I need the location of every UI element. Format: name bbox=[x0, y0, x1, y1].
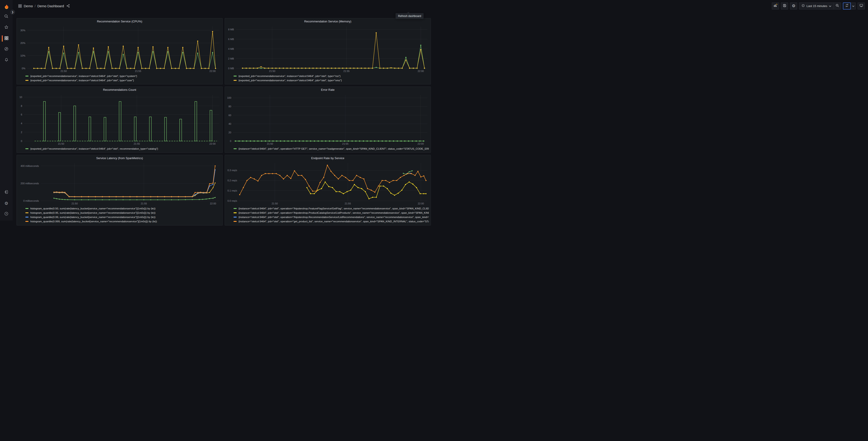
legend-item[interactable]: histogram_quantile(0.95, sum(rate(latenc… bbox=[25, 210, 221, 215]
series-point bbox=[209, 185, 210, 186]
series-point bbox=[102, 199, 103, 200]
series-point bbox=[389, 182, 390, 183]
y-tick-label: 200 milliseconds bbox=[21, 182, 39, 185]
sidebar-item-settings[interactable]: ⚙ bbox=[0, 200, 13, 206]
series-point bbox=[374, 140, 375, 142]
series-point bbox=[116, 196, 117, 197]
legend-item[interactable]: {instance="otelcol:9464", job="otel", op… bbox=[234, 206, 429, 210]
panel-title[interactable]: Recommendation Service (Memory) bbox=[225, 18, 431, 24]
sidebar-item-help[interactable]: ? bbox=[0, 211, 13, 217]
legend-item[interactable]: {instance="otelcol:9464", job="otel", op… bbox=[234, 210, 429, 215]
series-point bbox=[164, 68, 165, 69]
series-point bbox=[317, 140, 319, 142]
series-point bbox=[345, 177, 346, 178]
panel-title[interactable]: Endpoint Rate by Service bbox=[225, 155, 431, 161]
series-point bbox=[239, 194, 240, 195]
breadcrumb-page-title[interactable]: Demo Dashboard bbox=[37, 4, 64, 8]
y-tick-label: 2 MB bbox=[228, 57, 234, 60]
legend-item[interactable]: {instance="otelcol:9464", job="otel", op… bbox=[234, 215, 429, 219]
series-point bbox=[272, 67, 273, 68]
panel-chart[interactable]: 024681021:5021:5522:00 bbox=[17, 93, 222, 146]
legend-label: {instance="otelcol:9464", job="otel", op… bbox=[239, 211, 429, 214]
y-tick-label: 0 bbox=[21, 140, 22, 142]
legend-label: {exported_job="recommendationservice", i… bbox=[239, 79, 342, 82]
series-point bbox=[275, 67, 277, 68]
panel-chart[interactable]: 02040608010021:5021:5522:00 bbox=[225, 93, 431, 146]
series-point bbox=[353, 67, 354, 68]
series-point bbox=[246, 140, 247, 142]
series-point bbox=[383, 67, 384, 68]
series-point bbox=[182, 47, 183, 48]
series-point bbox=[403, 173, 404, 174]
panel-title[interactable]: Service Latency (from SpanMetrics) bbox=[17, 155, 222, 161]
panel-chart[interactable]: 0.0 req/s0.1 req/s0.2 req/s0.3 req/s21:5… bbox=[225, 161, 431, 206]
panel-chart[interactable]: 0 MB2 MB4 MB6 MB8 MB21:5021:5522:00 bbox=[225, 24, 431, 74]
sidebar-item-explore[interactable] bbox=[0, 46, 13, 53]
series-point bbox=[200, 192, 201, 193]
y-tick-label: 40 bbox=[228, 122, 231, 125]
series-point bbox=[335, 67, 336, 68]
series-point bbox=[242, 67, 243, 68]
panel-recommendations-count: Recommendations Count 024681021:5021:552… bbox=[17, 86, 223, 153]
grafana-logo[interactable] bbox=[4, 4, 9, 10]
series-point bbox=[339, 67, 340, 68]
y-tick-label: 0.1 req/s bbox=[227, 189, 237, 192]
legend-swatch bbox=[234, 212, 237, 213]
legend-item[interactable]: {instance="otelcol:9464", job="otel", op… bbox=[234, 146, 429, 151]
panel-chart[interactable]: 0 milliseconds200 milliseconds400 millis… bbox=[17, 161, 222, 206]
bar bbox=[210, 110, 212, 141]
legend-item[interactable]: histogram_quantile(0.50, sum(rate(latenc… bbox=[25, 206, 221, 210]
legend-item[interactable]: {exported_job="recommendationservice", i… bbox=[234, 78, 429, 82]
series-point bbox=[316, 190, 317, 192]
breadcrumb-section[interactable]: Demo bbox=[24, 4, 33, 8]
y-tick-label: 10 bbox=[20, 96, 22, 98]
legend-item[interactable]: histogram_quantile(0.99, sum(rate(latenc… bbox=[25, 215, 221, 219]
series-point bbox=[123, 46, 124, 47]
series-point bbox=[59, 192, 60, 193]
series-point bbox=[185, 199, 186, 200]
series-point bbox=[265, 173, 266, 174]
expand-sidebar-button[interactable]: ❯ bbox=[10, 10, 15, 14]
legend-item[interactable]: {exported_job="recommendationservice", i… bbox=[234, 74, 429, 78]
share-icon[interactable] bbox=[66, 4, 70, 8]
series-point bbox=[323, 67, 325, 68]
series-point bbox=[171, 68, 172, 69]
panel-title[interactable]: Error Rate bbox=[225, 87, 431, 93]
legend-item[interactable]: {exported_job="recommendationservice", i… bbox=[25, 74, 221, 78]
legend-item[interactable]: {instance="otelcol:9464", job="otel", op… bbox=[234, 219, 429, 220]
series-point bbox=[253, 67, 254, 68]
sidebar-item-dashboards[interactable] bbox=[0, 35, 13, 42]
series-point bbox=[337, 140, 338, 142]
series-point bbox=[67, 68, 68, 69]
panel-legend: {exported_job="recommendationservice", i… bbox=[225, 74, 431, 84]
series-point bbox=[178, 196, 179, 197]
sidebar-item-search[interactable] bbox=[0, 13, 13, 20]
series-point bbox=[213, 183, 213, 184]
series-point bbox=[268, 173, 270, 174]
series-point bbox=[329, 140, 330, 142]
x-tick-label: 21:55 bbox=[134, 142, 140, 145]
series-point bbox=[413, 67, 414, 68]
panel-title[interactable]: Recommendation Service (CPU%) bbox=[17, 18, 222, 24]
series-point bbox=[150, 199, 151, 200]
series-point bbox=[320, 67, 321, 68]
sidebar-item-starred[interactable] bbox=[0, 25, 13, 31]
series-point bbox=[195, 192, 195, 193]
series-point bbox=[358, 187, 359, 188]
series-point bbox=[301, 67, 303, 68]
series-point bbox=[59, 68, 60, 69]
legend-item[interactable]: {exported_job="recommendationservice", i… bbox=[25, 146, 221, 151]
help-icon: ? bbox=[4, 211, 9, 217]
panel-title[interactable]: Recommendations Count bbox=[17, 87, 222, 93]
series-point bbox=[243, 187, 244, 188]
panel-chart[interactable]: 0%10%20%30%21:5021:5522:00 bbox=[17, 24, 222, 74]
series-point bbox=[333, 140, 334, 142]
sidebar-item-alerting[interactable] bbox=[0, 57, 13, 63]
series-point bbox=[112, 68, 113, 69]
legend-item[interactable]: {exported_job="recommendationservice", i… bbox=[25, 78, 221, 82]
series-point bbox=[321, 188, 322, 189]
series-point bbox=[396, 180, 397, 181]
series-point bbox=[102, 196, 103, 197]
legend-item[interactable]: histogram_quantile(0.999, sum(rate(laten… bbox=[25, 219, 221, 220]
sidebar-item-sign-in[interactable] bbox=[0, 189, 13, 196]
